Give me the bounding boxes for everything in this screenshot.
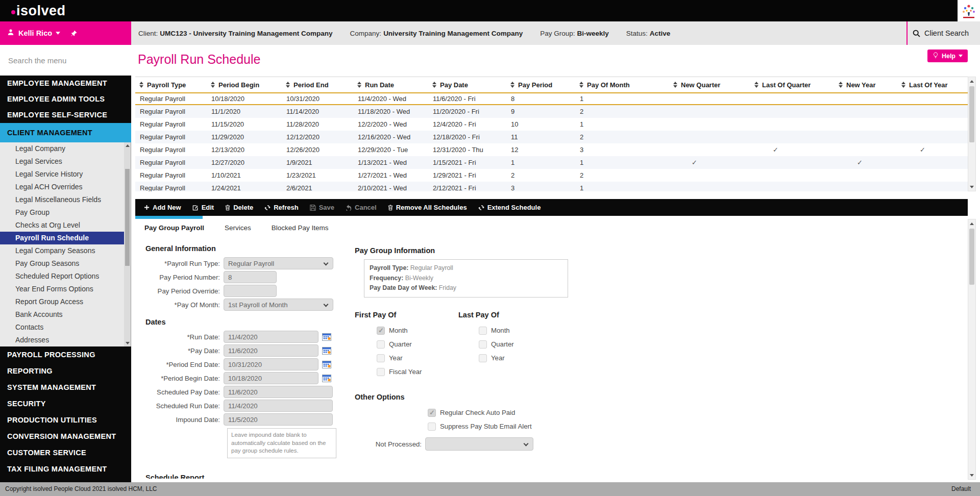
- sidebar-item[interactable]: Legal ACH Overrides: [0, 181, 131, 193]
- sidebar-item[interactable]: Contacts: [0, 321, 131, 334]
- field-control[interactable]: 11/6/2020: [224, 344, 318, 357]
- table-row[interactable]: Regular Payroll 11/29/2020 12/12/2020 12…: [135, 131, 968, 143]
- checkbox[interactable]: [377, 368, 385, 376]
- pin-icon[interactable]: [70, 30, 77, 37]
- sidebar-item[interactable]: Year End Forms Options: [0, 283, 131, 295]
- sidebar-section[interactable]: SYSTEM MANAGEMENT: [0, 379, 131, 395]
- table-column-header[interactable]: Payroll Type: [135, 81, 207, 89]
- calendar-icon[interactable]: [322, 346, 331, 355]
- field-control[interactable]: 11/4/2020: [224, 331, 318, 343]
- toolbar-button[interactable]: Extend Schedule: [473, 199, 547, 216]
- scrollbar-thumb[interactable]: [125, 169, 130, 266]
- table-column-header[interactable]: Last Of Quarter: [750, 81, 835, 89]
- sidebar-item[interactable]: Pay Group Seasons: [0, 257, 131, 270]
- sidebar-section[interactable]: PRODUCTION UTILITIES: [0, 412, 131, 428]
- table-row[interactable]: Regular Payroll 11/15/2020 11/28/2020 12…: [135, 118, 968, 131]
- checkbox[interactable]: [479, 327, 487, 335]
- table-column-header[interactable]: Last Of Year: [897, 81, 968, 89]
- table-row[interactable]: Regular Payroll 1/10/2021 1/23/2021 1/27…: [135, 169, 968, 182]
- scroll-down-arrow[interactable]: [968, 183, 975, 191]
- sidebar-section[interactable]: TAX FILING MANAGEMENT: [0, 461, 131, 477]
- sidebar-item[interactable]: Legal Services: [0, 155, 131, 168]
- toolbar-button[interactable]: Save: [304, 199, 340, 216]
- checkbox[interactable]: [377, 327, 385, 335]
- checkbox-option[interactable]: Fiscal Year: [377, 365, 458, 379]
- scroll-up-arrow[interactable]: [968, 219, 975, 228]
- field-control[interactable]: 8: [224, 271, 277, 283]
- form-scrollbar[interactable]: [968, 219, 976, 480]
- checkbox[interactable]: [428, 423, 436, 431]
- checkbox-option[interactable]: Suppress Pay Stub Email Alert: [428, 419, 610, 433]
- sidebar-item[interactable]: Report Group Access: [0, 295, 131, 308]
- field-control[interactable]: 11/5/2020: [224, 413, 333, 426]
- tab[interactable]: Services: [225, 224, 251, 232]
- client-search-button[interactable]: Client Search: [913, 21, 969, 45]
- checkbox-option[interactable]: Quarter: [377, 337, 458, 351]
- sidebar-item[interactable]: Legal Company: [0, 142, 131, 155]
- sidebar-item[interactable]: Scheduled Report Options: [0, 270, 131, 283]
- toolbar-button[interactable]: Cancel: [340, 199, 382, 216]
- submenu-scrollbar[interactable]: [124, 142, 131, 346]
- table-row[interactable]: Regular Payroll 10/18/2020 10/31/2020 11…: [135, 92, 968, 105]
- table-column-header[interactable]: New Quarter: [669, 81, 750, 89]
- sidebar-section[interactable]: CUSTOMER SERVICE: [0, 444, 131, 461]
- user-menu[interactable]: Kelli Rico: [0, 21, 131, 45]
- sidebar-section[interactable]: REPORTING: [0, 363, 131, 379]
- table-column-header[interactable]: Pay Of Month: [575, 81, 669, 89]
- checkbox-option[interactable]: Quarter: [479, 337, 571, 351]
- sidebar-item[interactable]: Pay Group: [0, 206, 131, 219]
- table-row[interactable]: Regular Payroll 1/24/2021 2/6/2021 2/10/…: [135, 182, 968, 191]
- field-control[interactable]: 11/4/2020: [224, 400, 333, 412]
- table-column-header[interactable]: Period End: [282, 81, 353, 89]
- toolbar-button[interactable]: Edit: [187, 199, 220, 216]
- checkbox[interactable]: [479, 340, 487, 349]
- scroll-up-arrow[interactable]: [968, 77, 975, 85]
- calendar-icon[interactable]: [322, 360, 331, 368]
- sidebar-section[interactable]: SECURITY: [0, 395, 131, 412]
- sidebar-item[interactable]: Legal Company Seasons: [0, 244, 131, 257]
- table-column-header[interactable]: New Year: [835, 81, 897, 89]
- table-scrollbar[interactable]: [968, 77, 976, 191]
- checkbox-option[interactable]: Year: [377, 351, 458, 365]
- menu-search-input[interactable]: [0, 56, 131, 65]
- scroll-down-arrow[interactable]: [968, 471, 975, 479]
- field-control[interactable]: Regular Payroll: [224, 257, 333, 269]
- field-control[interactable]: 11/6/2020: [224, 386, 333, 398]
- sidebar-section[interactable]: CONVERSION MANAGEMENT: [0, 428, 131, 444]
- checkbox-option[interactable]: Regular Check Auto Paid: [428, 406, 610, 419]
- sidebar-section[interactable]: EMPLOYEE MANAGEMENT: [0, 76, 131, 91]
- field-control[interactable]: 10/18/2020: [224, 372, 318, 384]
- sidebar-item[interactable]: Checks at Org Level: [0, 219, 131, 232]
- user-name[interactable]: Kelli Rico: [18, 29, 52, 37]
- toolbar-button[interactable]: Add New: [138, 199, 187, 216]
- field-control[interactable]: [224, 285, 277, 297]
- scroll-down-arrow[interactable]: [124, 340, 131, 346]
- table-column-header[interactable]: Period Begin: [207, 81, 282, 89]
- sidebar-item[interactable]: Legal Service History: [0, 168, 131, 181]
- sidebar-item[interactable]: Payroll Run Schedule: [0, 232, 131, 244]
- toolbar-button[interactable]: Remove All Schedules: [382, 199, 473, 216]
- checkbox[interactable]: [428, 409, 436, 417]
- calendar-icon[interactable]: [322, 333, 331, 341]
- toolbar-button[interactable]: Refresh: [259, 199, 304, 216]
- sidebar-item[interactable]: Legal Miscellaneous Fields: [0, 193, 131, 206]
- toolbar-button[interactable]: Delete: [219, 199, 259, 216]
- table-column-header[interactable]: Pay Date: [428, 81, 506, 89]
- table-column-header[interactable]: Pay Period: [506, 81, 575, 89]
- table-row[interactable]: Regular Payroll 12/27/2020 1/9/2021 1/13…: [135, 156, 968, 169]
- field-control[interactable]: 1st Payroll of Month: [224, 299, 333, 311]
- sidebar-section[interactable]: PAYROLL PROCESSING: [0, 346, 131, 363]
- tab[interactable]: Blocked Pay Items: [272, 224, 329, 232]
- sidebar-section[interactable]: EMPLOYEE SELF-SERVICE: [0, 107, 131, 123]
- checkbox-option[interactable]: Month: [377, 324, 458, 337]
- calendar-icon[interactable]: [322, 374, 331, 382]
- checkbox[interactable]: [377, 340, 385, 349]
- sidebar-section-client-management[interactable]: CLIENT MANAGEMENT: [0, 123, 131, 142]
- table-column-header[interactable]: Run Date: [353, 81, 428, 89]
- checkbox-option[interactable]: Year: [479, 351, 571, 365]
- sidebar-item[interactable]: Bank Accounts: [0, 308, 131, 321]
- scrollbar-thumb[interactable]: [969, 86, 974, 142]
- table-row[interactable]: Regular Payroll 11/1/2020 11/14/2020 11/…: [135, 105, 968, 118]
- field-control[interactable]: 10/31/2020: [224, 358, 318, 370]
- tab[interactable]: Pay Group Payroll: [144, 224, 204, 232]
